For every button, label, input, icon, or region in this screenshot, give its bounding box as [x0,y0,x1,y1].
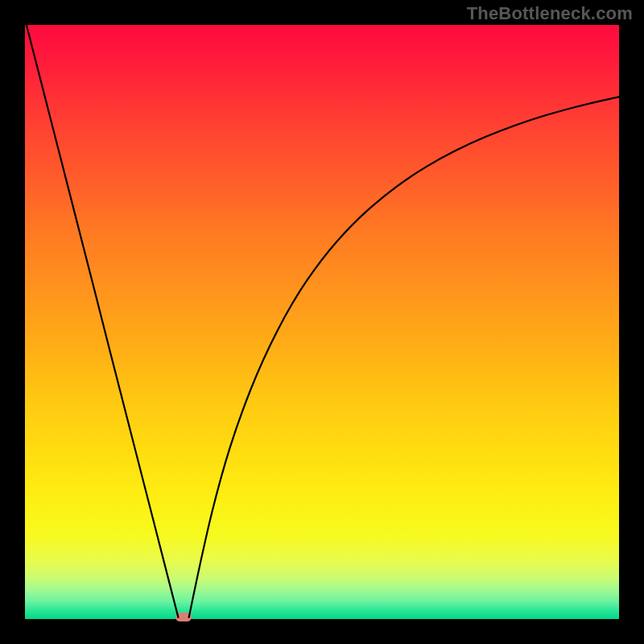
curve-svg [25,25,619,619]
attribution-label: TheBottleneck.com [467,3,633,24]
chart-frame: TheBottleneck.com [0,0,644,644]
curve-right-branch [189,97,619,617]
plot-area [25,25,619,619]
plot-inner [25,25,619,619]
curve-left-branch [25,25,178,617]
